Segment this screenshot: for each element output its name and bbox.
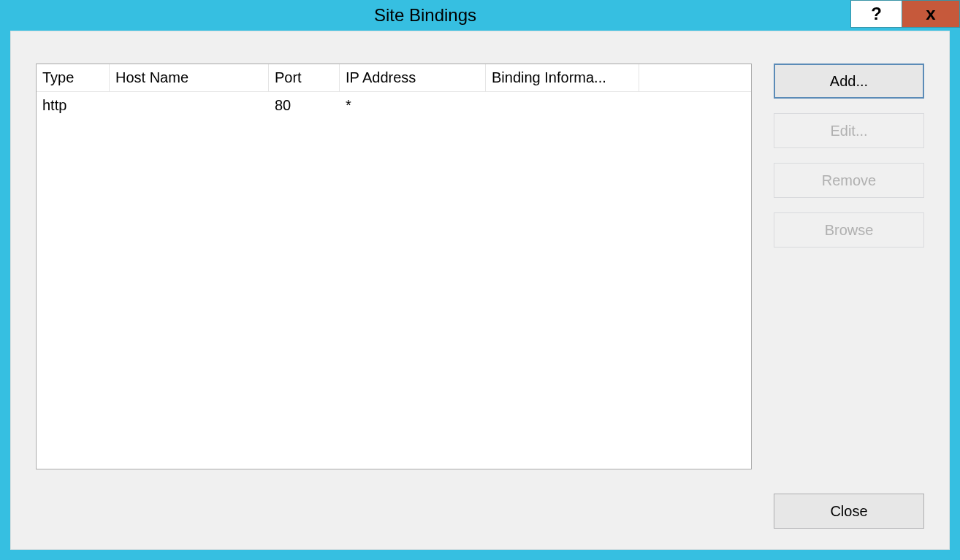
cell-host <box>110 104 269 107</box>
column-header-port[interactable]: Port <box>269 64 340 91</box>
window-close-button[interactable]: x <box>902 0 960 28</box>
edit-button-label: Edit... <box>830 123 867 139</box>
column-header-info[interactable]: Binding Informa... <box>486 64 639 91</box>
table-row[interactable]: http 80 * <box>37 92 751 118</box>
window-title: Site Bindings <box>0 0 850 31</box>
close-icon: x <box>926 4 935 24</box>
cell-info <box>486 104 639 107</box>
cell-ip: * <box>340 96 486 115</box>
help-button[interactable]: ? <box>850 0 902 28</box>
help-icon: ? <box>871 4 882 24</box>
cell-type: http <box>37 96 110 115</box>
cell-port: 80 <box>269 96 340 115</box>
action-sidebar: Add... Edit... Remove Browse Close <box>774 64 924 529</box>
titlebar: Site Bindings ? x <box>0 0 960 31</box>
add-button[interactable]: Add... <box>774 64 924 99</box>
column-header-type[interactable]: Type <box>37 64 110 91</box>
client-area: Type Host Name Port IP Address Binding I… <box>10 31 950 550</box>
bindings-table[interactable]: Type Host Name Port IP Address Binding I… <box>36 64 752 469</box>
column-header-host[interactable]: Host Name <box>110 64 269 91</box>
browse-button: Browse <box>774 212 924 248</box>
dialog-window: Site Bindings ? x Type Host Name Port IP… <box>0 0 960 560</box>
browse-button-label: Browse <box>825 222 874 239</box>
column-header-ip[interactable]: IP Address <box>340 64 486 91</box>
window-controls: ? x <box>850 0 960 31</box>
table-header: Type Host Name Port IP Address Binding I… <box>37 64 751 92</box>
close-button-label: Close <box>830 503 867 520</box>
edit-button: Edit... <box>774 113 924 148</box>
remove-button-label: Remove <box>822 172 876 189</box>
add-button-label: Add... <box>830 73 868 90</box>
content-area: Type Host Name Port IP Address Binding I… <box>36 64 924 529</box>
close-button[interactable]: Close <box>774 494 924 529</box>
remove-button: Remove <box>774 163 924 198</box>
